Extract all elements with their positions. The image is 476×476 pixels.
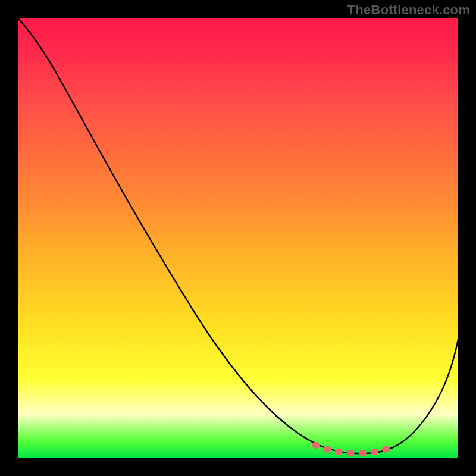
- curve-svg: [18, 18, 458, 458]
- watermark-text: TheBottleneck.com: [347, 2, 470, 18]
- black-curve: [18, 18, 458, 453]
- chart-frame: TheBottleneck.com: [0, 0, 476, 476]
- plot-area: [18, 18, 458, 458]
- red-dotted-floor-curve: [315, 445, 394, 453]
